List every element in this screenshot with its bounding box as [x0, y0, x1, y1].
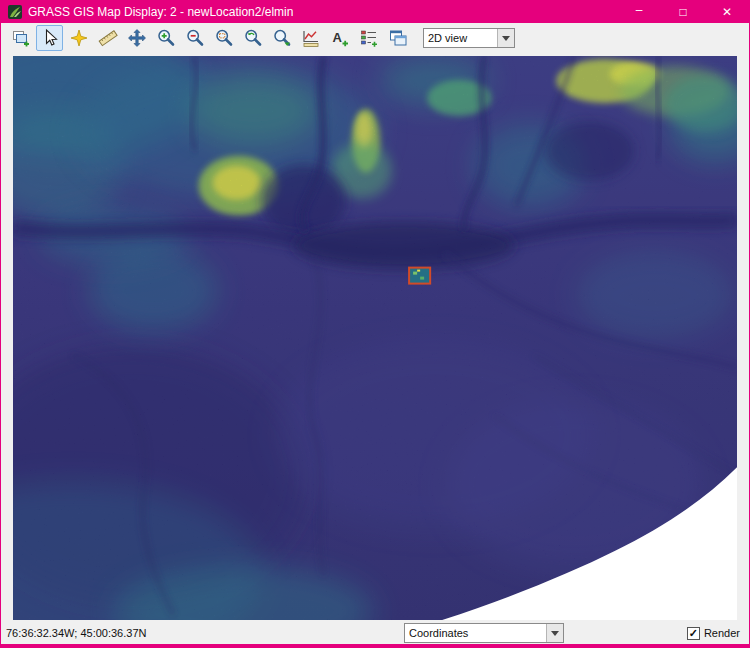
- window-title: GRASS GIS Map Display: 2 - newLocation2/…: [28, 5, 293, 19]
- query-button[interactable]: [94, 25, 121, 51]
- add-legend-button[interactable]: [355, 25, 382, 51]
- analyze-map-button[interactable]: [297, 25, 324, 51]
- map-elements-icon: [388, 28, 408, 48]
- close-button[interactable]: ✕: [705, 1, 749, 23]
- view-mode-value: 2D view: [424, 32, 497, 44]
- render-toggle[interactable]: ✓ Render: [687, 627, 744, 640]
- query-icon: [98, 28, 118, 48]
- view-mode-dropdown[interactable]: 2D view: [423, 28, 515, 48]
- pointer-button[interactable]: [36, 25, 63, 51]
- grass-gis-app-icon: [7, 4, 23, 20]
- chevron-down-icon: [546, 624, 563, 642]
- zoom-options-icon: [272, 28, 292, 48]
- pan-button[interactable]: [123, 25, 150, 51]
- zoom-options-button[interactable]: [268, 25, 295, 51]
- add-text-icon: A: [330, 28, 350, 48]
- zoom-extent-icon: [214, 28, 234, 48]
- select-features-button[interactable]: [65, 25, 92, 51]
- grass-map-display-window: GRASS GIS Map Display: 2 - newLocation2/…: [0, 0, 750, 648]
- render-checkbox[interactable]: ✓: [687, 627, 700, 640]
- add-text-button[interactable]: A: [326, 25, 353, 51]
- elevation-raster: [13, 56, 737, 620]
- map-toolbar: A 2D view: [1, 23, 749, 53]
- zoom-out-button[interactable]: [181, 25, 208, 51]
- render-display-icon: [11, 28, 31, 48]
- minimize-button[interactable]: –: [617, 1, 661, 23]
- zoom-previous-button[interactable]: [239, 25, 266, 51]
- map-canvas[interactable]: [13, 56, 737, 620]
- analyze-map-icon: [301, 28, 321, 48]
- select-features-icon: [69, 28, 89, 48]
- statusbar-mode-dropdown[interactable]: Coordinates: [404, 623, 564, 643]
- statusbar: 76:36:32.34W; 45:00:36.37N Coordinates ✓…: [1, 622, 749, 644]
- map-elements-button[interactable]: [384, 25, 411, 51]
- zoom-out-icon: [185, 28, 205, 48]
- render-checkbox-label: Render: [704, 627, 740, 639]
- coordinate-readout: 76:36:32.34W; 45:00:36.37N: [6, 627, 404, 639]
- titlebar: GRASS GIS Map Display: 2 - newLocation2/…: [1, 1, 749, 23]
- statusbar-mode-value: Coordinates: [405, 627, 546, 639]
- svg-text:A: A: [332, 30, 342, 45]
- render-display-button[interactable]: [7, 25, 34, 51]
- maximize-button[interactable]: □: [661, 1, 705, 23]
- add-legend-icon: [359, 28, 379, 48]
- pointer-icon: [40, 28, 60, 48]
- pan-icon: [127, 28, 147, 48]
- zoom-in-icon: [156, 28, 176, 48]
- zoom-extent-button[interactable]: [210, 25, 237, 51]
- chevron-down-icon: [497, 29, 514, 47]
- region-extent-box: [409, 268, 430, 284]
- zoom-in-button[interactable]: [152, 25, 179, 51]
- zoom-previous-icon: [243, 28, 263, 48]
